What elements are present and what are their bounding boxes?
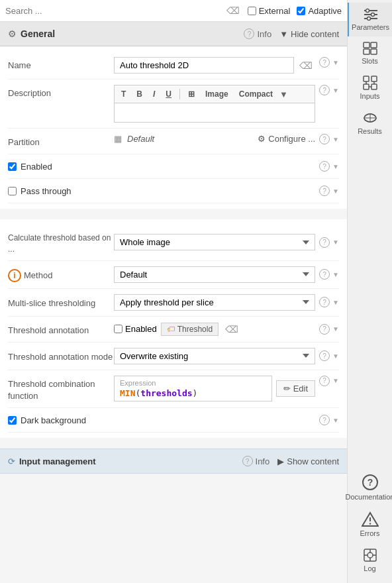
threshold-mode-control: Overwrite existing: [114, 348, 315, 364]
errors-icon: [362, 511, 379, 527]
search-input[interactable]: [5, 6, 219, 16]
multi-slice-arrow-icon[interactable]: ▼: [332, 299, 339, 306]
show-content-button[interactable]: ▶ Show content: [277, 456, 339, 466]
name-label: Name: [8, 57, 114, 72]
partition-help-icon[interactable]: ?: [319, 134, 330, 144]
enabled-help-icon[interactable]: ?: [319, 161, 330, 172]
partition-inner: ▦ Default ⚙ Configure ...: [114, 134, 315, 144]
calculate-threshold-select[interactable]: Whole image Per slice: [114, 234, 315, 250]
threshold-mode-arrow-icon[interactable]: ▼: [332, 352, 339, 360]
calculate-threshold-label: Calculate threshold based on ...: [8, 230, 114, 255]
documentation-label: Documentation: [346, 493, 393, 501]
external-label: External: [259, 6, 291, 16]
enabled-row-actions: ? ▼: [319, 161, 339, 172]
enabled-checkbox-label[interactable]: Enabled: [8, 162, 315, 172]
multi-slice-select[interactable]: Apply threshold per slice: [114, 294, 315, 311]
multi-slice-row: Multi-slice thresholding Apply threshold…: [8, 289, 339, 317]
method-row-actions: ? ▼: [319, 269, 339, 280]
pass-through-checkbox-label[interactable]: Pass through: [8, 186, 315, 196]
bold-button[interactable]: B: [132, 87, 146, 101]
adaptive-checkbox[interactable]: [297, 7, 305, 15]
name-clear-icon[interactable]: ⌫: [297, 59, 315, 72]
threshold-annotation-arrow-icon[interactable]: ▼: [332, 325, 339, 333]
dark-background-label[interactable]: Dark background: [8, 415, 315, 425]
sidebar-item-errors[interactable]: Errors: [343, 506, 393, 543]
image-button[interactable]: Image: [201, 87, 232, 101]
description-textarea[interactable]: [114, 103, 315, 123]
sidebar-item-parameters[interactable]: Parameters: [348, 3, 392, 36]
underline-button[interactable]: U: [162, 87, 175, 101]
enabled-arrow-icon[interactable]: ▼: [332, 163, 339, 170]
edit-button[interactable]: ✏ Edit: [276, 380, 315, 397]
threshold-tag-clear-icon[interactable]: ⌫: [222, 323, 241, 336]
enabled-checkbox[interactable]: [8, 162, 17, 171]
svg-rect-9: [371, 49, 377, 54]
compact-button[interactable]: Compact: [235, 87, 277, 101]
threshold-mode-help-icon[interactable]: ?: [319, 350, 330, 361]
threshold-combination-row: Threshold combination function Expressio…: [8, 370, 339, 408]
show-content-label: Show content: [287, 456, 339, 466]
sidebar-item-documentation[interactable]: ? Documentation: [343, 468, 393, 506]
expression-box: Expression MIN(thresholds): [114, 376, 272, 401]
description-help-icon[interactable]: ?: [319, 85, 330, 95]
external-checkbox-label[interactable]: External: [248, 6, 291, 16]
calculate-arrow-icon[interactable]: ▼: [332, 238, 339, 246]
name-help-icon[interactable]: ?: [319, 57, 330, 68]
dark-background-checkbox[interactable]: [8, 416, 17, 425]
sidebar-item-results[interactable]: Results: [348, 105, 392, 140]
annotation-enabled-checkbox[interactable]: [114, 325, 122, 333]
calculate-threshold-control: Whole image Per slice: [114, 234, 315, 250]
inputs-icon: [363, 76, 377, 90]
multi-slice-help-icon[interactable]: ?: [319, 297, 330, 307]
name-row: Name ⌫ ? ▼: [8, 52, 339, 80]
partition-control: ▦ Default ⚙ Configure ...: [114, 134, 315, 144]
multi-slice-control: Apply threshold per slice: [114, 294, 315, 311]
calculate-row-actions: ? ▼: [319, 237, 339, 248]
search-clear-icon[interactable]: ⌫: [224, 4, 242, 17]
input-management-actions: ? Info ▶ Show content: [242, 456, 339, 466]
partition-arrow-icon[interactable]: ▼: [332, 136, 339, 143]
table-icon[interactable]: ⊞: [184, 87, 199, 101]
annotation-enabled-label[interactable]: Enabled: [114, 324, 157, 334]
method-arrow-icon[interactable]: ▼: [332, 271, 339, 278]
compact-dropdown-icon[interactable]: ▼: [279, 89, 288, 99]
method-label-container: i Method: [8, 266, 114, 282]
sidebar-item-inputs[interactable]: Inputs: [348, 70, 392, 105]
general-info-button[interactable]: ? Info: [244, 28, 271, 39]
pass-through-arrow-icon[interactable]: ▼: [332, 187, 339, 195]
pass-through-row-actions: ? ▼: [319, 186, 339, 196]
combination-arrow-icon[interactable]: ▼: [332, 377, 339, 384]
general-section-title: General: [21, 28, 240, 39]
configure-button[interactable]: ⚙ Configure ...: [258, 134, 315, 144]
calculate-help-icon[interactable]: ?: [319, 237, 330, 248]
threshold-annotation-row-actions: ? ▼: [319, 324, 339, 335]
adaptive-checkbox-label[interactable]: Adaptive: [297, 6, 342, 16]
sidebar-item-slots[interactable]: Slots: [348, 36, 392, 70]
pass-through-checkbox[interactable]: [8, 187, 17, 195]
combination-help-icon[interactable]: ?: [319, 376, 330, 386]
svg-rect-8: [364, 49, 369, 54]
dark-bg-help-icon[interactable]: ?: [319, 415, 330, 425]
text-format-icon[interactable]: T: [117, 87, 130, 101]
threshold-mode-select[interactable]: Overwrite existing: [114, 348, 315, 364]
method-select[interactable]: Default: [114, 266, 315, 283]
method-help-icon[interactable]: ?: [319, 269, 330, 280]
info-question-icon: ?: [244, 28, 254, 39]
sidebar-item-log[interactable]: Log: [343, 543, 393, 578]
results-icon: [363, 111, 377, 125]
hide-content-button[interactable]: ▼ Hide content: [279, 29, 339, 39]
input-management-info-button[interactable]: ? Info: [242, 456, 270, 466]
description-arrow-icon[interactable]: ▼: [332, 87, 339, 94]
svg-rect-10: [364, 76, 369, 81]
pass-through-label: Pass through: [21, 186, 72, 196]
method-control: Default: [114, 266, 315, 283]
pass-through-help-icon[interactable]: ?: [319, 186, 330, 196]
threshold-annotation-help-icon[interactable]: ?: [319, 324, 330, 335]
name-arrow-icon[interactable]: ▼: [332, 59, 339, 66]
external-checkbox[interactable]: [248, 7, 256, 15]
italic-button[interactable]: I: [149, 87, 159, 101]
name-input[interactable]: [114, 57, 294, 74]
dark-bg-arrow-icon[interactable]: ▼: [332, 417, 339, 424]
threshold-tag-pill: 🏷 Threshold: [161, 323, 219, 336]
method-row: i Method Default ? ▼: [8, 261, 339, 289]
